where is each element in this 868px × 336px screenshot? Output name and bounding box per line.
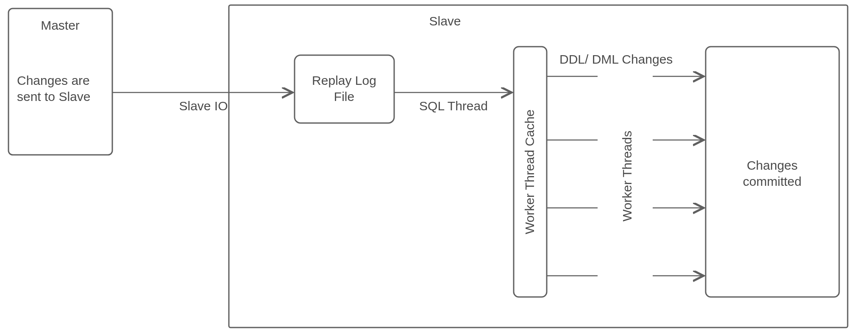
changes-committed-box: Changes committed <box>706 47 839 297</box>
committed-line1: Changes <box>747 158 798 172</box>
replay-log-line2: File <box>334 90 354 104</box>
master-desc-line1: Changes are <box>17 73 90 87</box>
slave-title: Slave <box>429 14 461 28</box>
worker-thread-cache-box: Worker Thread Cache <box>514 47 547 297</box>
label-slave-io: Slave IO <box>179 99 228 113</box>
committed-line2: committed <box>743 174 801 188</box>
label-ddl-dml: DDL/ DML Changes <box>559 52 673 66</box>
replication-diagram: Master Changes are sent to Slave Slave R… <box>0 0 868 336</box>
replay-log-line1: Replay Log <box>312 73 376 87</box>
label-sql-thread: SQL Thread <box>419 99 488 113</box>
master-box: Master Changes are sent to Slave <box>8 8 112 155</box>
label-worker-threads: Worker Threads <box>620 131 634 221</box>
svg-rect-2 <box>295 55 394 123</box>
master-desc-line2: sent to Slave <box>17 90 90 104</box>
replay-log-box: Replay Log File <box>295 55 394 123</box>
master-title: Master <box>41 18 80 32</box>
worker-thread-cache-label: Worker Thread Cache <box>523 109 537 234</box>
